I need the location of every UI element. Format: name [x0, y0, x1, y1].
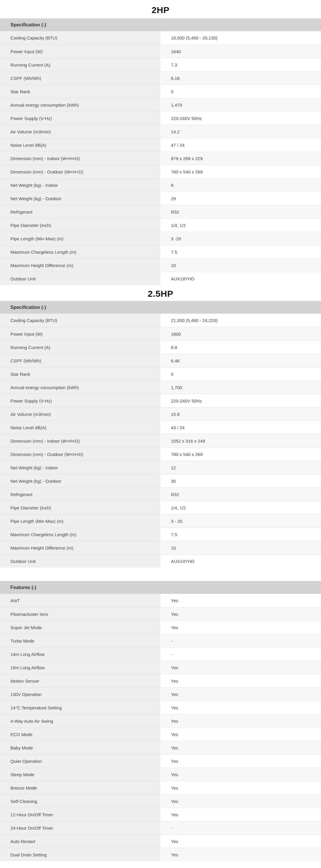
features-table: AIoTYesPlasmacluster IonsYesSuper Jet Mo… [0, 594, 321, 861]
row-value: Yes [160, 594, 321, 607]
row-value: 7.5 [160, 245, 321, 258]
row-value: 1052 x 316 x 249 [160, 434, 321, 447]
table-row: Dimension (mm) - Indoor (W×H×D)879 x 289… [0, 152, 321, 165]
row-label: 14m Long Airflow [0, 647, 160, 661]
row-value: Yes [160, 781, 321, 794]
table-row: RefrigerantR32 [0, 488, 321, 501]
row-label: Dimension (mm) - Indoor (W×H×D) [0, 434, 160, 447]
row-label: Pipe Diameter (inch) [0, 218, 160, 232]
row-value: 6.46 [160, 354, 321, 367]
table-row: Dimension (mm) - Outdoor (W×H×D)780 x 54… [0, 165, 321, 178]
row-label: Dimension (mm) - Indoor (W×H×D) [0, 152, 160, 165]
row-label: Annual energy consumption (kWh) [0, 380, 160, 394]
row-label: Maximum Height Difference (m) [0, 541, 160, 554]
row-value: Yes [160, 754, 321, 768]
row-value: 14.2 [160, 125, 321, 138]
table-row: Running Current (A)7.3 [0, 58, 321, 71]
table-row: Pipe Diameter (inch)1/4, 1/2 [0, 218, 321, 232]
row-label: Self-Cleaning [0, 794, 160, 808]
row-label: 14°C Temperature Setting [0, 701, 160, 714]
row-value: 1800 [160, 327, 321, 340]
row-label: ECO Mode [0, 727, 160, 741]
row-label: 12-Hour On/Off Timer [0, 808, 160, 821]
section-divider-gap [0, 568, 321, 581]
row-label: Annual energy consumption (kWh) [0, 98, 160, 112]
row-label: Net Weight (kg) - Indoor [0, 178, 160, 192]
row-value: 10 [160, 258, 321, 272]
row-value: Yes [160, 714, 321, 727]
row-value: 780 x 540 x 269 [160, 447, 321, 461]
table-row: Quiet OperationYes [0, 754, 321, 768]
row-label: Air Volume (m3/min) [0, 407, 160, 421]
table-row: Dimension (mm) - Indoor (W×H×D)1052 x 31… [0, 434, 321, 447]
row-value: AUX24YHD [160, 554, 321, 568]
section-title-2hp: 2HP [0, 0, 321, 19]
table-row: CSPF (Wh/Wh)6.18 [0, 71, 321, 85]
row-value: Yes [160, 848, 321, 861]
row-label: CSPF (Wh/Wh) [0, 354, 160, 367]
table-row: Auto RestartYes [0, 834, 321, 848]
table-row: Motion SensorYes [0, 674, 321, 687]
row-value: - [160, 821, 321, 834]
row-label: Noise Level dB(A) [0, 421, 160, 434]
table-row: Air Volume (m3/min)14.2 [0, 125, 321, 138]
table-row: Maximum Chargeless Length (m)7.5 [0, 245, 321, 258]
row-value: Yes [160, 621, 321, 634]
table-row: Noise Level dB(A)43 / 24 [0, 421, 321, 434]
table-row: Air Volume (m3/min)15.9 [0, 407, 321, 421]
row-label: Power Input (W) [0, 44, 160, 58]
row-value: 1/4, 1/2 [160, 501, 321, 514]
product-spec-page: 2HP Specification (-) Cooling Capacity (… [0, 0, 321, 868]
row-label: Maximum Chargeless Length (m) [0, 528, 160, 541]
row-label: Dual Drain Setting [0, 848, 160, 861]
table-row: Power Supply (V-Hz)220-240V 50Hz [0, 112, 321, 125]
table-row: Turbo Mode- [0, 634, 321, 647]
row-value: Yes [160, 607, 321, 621]
row-value: 220-240V 50Hz [160, 394, 321, 407]
row-value: R32 [160, 205, 321, 218]
row-label: Outdoor Unit [0, 272, 160, 285]
row-label: Star Rank [0, 85, 160, 98]
table-row: Pipe Diameter (inch)1/4, 1/2 [0, 501, 321, 514]
table-row: 4-Way Auto Air SwingYes [0, 714, 321, 727]
row-value: 21,300 (5,460 - 24,220) [160, 314, 321, 327]
specification-header-2hp[interactable]: Specification (-) [0, 19, 321, 31]
row-label: 15m Long Airflow [0, 661, 160, 674]
row-label: CSPF (Wh/Wh) [0, 71, 160, 85]
row-value: 8.8 [160, 340, 321, 354]
table-row: Maximum Height Difference (m)10 [0, 258, 321, 272]
row-label: Refrigerant [0, 205, 160, 218]
row-value: 43 / 24 [160, 421, 321, 434]
row-label: Cooling Capacity (BTU) [0, 31, 160, 44]
specification-header-2-5hp[interactable]: Specification (-) [0, 301, 321, 314]
row-value: 3 - 20 [160, 514, 321, 528]
row-value: 5 [160, 85, 321, 98]
row-label: Air Volume (m3/min) [0, 125, 160, 138]
table-row: 24-Hour On/Off Timer- [0, 821, 321, 834]
row-value: 10 [160, 541, 321, 554]
table-row: Cooling Capacity (BTU)18,000 (5,460 - 20… [0, 31, 321, 44]
features-header[interactable]: Features (-) [0, 581, 321, 594]
row-label: Refrigerant [0, 488, 160, 501]
row-value: Yes [160, 834, 321, 848]
table-row: 12-Hour On/Off TimerYes [0, 808, 321, 821]
row-label: 4-Way Auto Air Swing [0, 714, 160, 727]
table-row: Net Weight (kg) - Outdoor30 [0, 474, 321, 488]
table-row: Star Rank5 [0, 367, 321, 380]
row-value: 7.5 [160, 528, 321, 541]
row-value: 879 x 289 x 229 [160, 152, 321, 165]
specification-table-2-5hp: Cooling Capacity (BTU)21,300 (5,460 - 24… [0, 314, 321, 568]
row-label: Power Supply (V-Hz) [0, 112, 160, 125]
table-row: Cooling Capacity (BTU)21,300 (5,460 - 24… [0, 314, 321, 327]
row-value: Yes [160, 687, 321, 701]
row-label: Baby Mode [0, 741, 160, 754]
table-row: 14m Long Airflow- [0, 647, 321, 661]
row-label: Pipe Length (Min-Max) (m) [0, 232, 160, 245]
table-row: AIoTYes [0, 594, 321, 607]
row-label: Noise Level dB(A) [0, 138, 160, 152]
row-label: Motion Sensor [0, 674, 160, 687]
table-row: ECO ModeYes [0, 727, 321, 741]
row-value: - [160, 647, 321, 661]
row-value: 6.18 [160, 71, 321, 85]
row-value: 30 [160, 474, 321, 488]
